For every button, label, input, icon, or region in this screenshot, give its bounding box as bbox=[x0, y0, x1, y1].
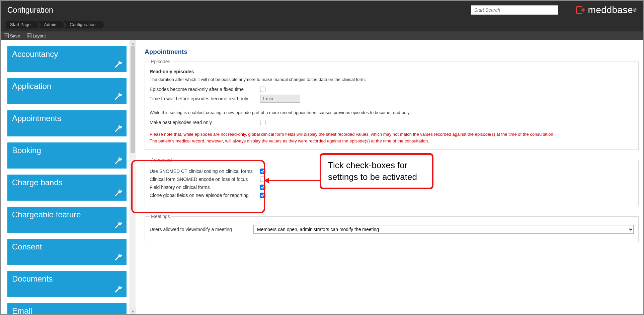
meetings-legend: Meetings bbox=[150, 214, 171, 219]
layout-icon bbox=[27, 33, 31, 38]
breadcrumb: Start Page Admin Configuration bbox=[6, 21, 638, 28]
top-bar: Configuration meddbase® Start Page Admin… bbox=[1, 1, 643, 31]
wrench-icon bbox=[114, 156, 123, 165]
sidebar-item-label: Chargeable feature bbox=[12, 210, 122, 219]
wrench-icon bbox=[114, 189, 123, 197]
fixed-time-checkbox[interactable] bbox=[260, 87, 265, 92]
crumb-configuration[interactable]: Configuration bbox=[64, 21, 101, 28]
main-content: Appointments Episodes Read-only episodes… bbox=[131, 40, 643, 314]
episodes-legend: Episodes bbox=[150, 59, 172, 64]
logo-icon bbox=[575, 5, 585, 15]
sidebar-item-label: Email bbox=[12, 306, 122, 314]
advanced-legend: Advanced bbox=[150, 157, 173, 163]
episodes-group: Episodes Read-only episodes The duration… bbox=[145, 59, 639, 150]
fixed-time-label: Episodes become read-only after a fixed … bbox=[150, 87, 260, 92]
past-readonly-label: Make past episodes read only bbox=[150, 120, 260, 125]
episodes-subheading: Read-only episodes bbox=[150, 69, 634, 74]
adv-row-1-checkbox[interactable] bbox=[260, 177, 265, 182]
wrench-icon bbox=[114, 253, 123, 261]
wait-time-label: Time to wait before episodes become read… bbox=[150, 96, 260, 101]
sidebar-item-label: Application bbox=[12, 82, 122, 91]
crumb-start-page[interactable]: Start Page bbox=[6, 21, 36, 28]
wrench-icon bbox=[114, 92, 123, 101]
sidebar-item-chargeable-feature[interactable]: Chargeable feature bbox=[7, 207, 127, 233]
sidebar-item-appointments[interactable]: Appointments bbox=[7, 110, 127, 136]
meetings-group: Meetings Users allowed to view/modify a … bbox=[145, 214, 639, 242]
save-icon bbox=[4, 33, 9, 38]
layout-button[interactable]: Layout bbox=[27, 33, 46, 38]
search-input[interactable] bbox=[471, 5, 558, 15]
adv-row-2-label: Field history on clinical forms bbox=[150, 185, 260, 190]
save-label: Save bbox=[10, 33, 20, 38]
past-readonly-checkbox[interactable] bbox=[260, 120, 265, 125]
layout-label: Layout bbox=[33, 33, 46, 38]
sidebar-item-consent[interactable]: Consent bbox=[7, 239, 127, 265]
wrench-icon bbox=[114, 60, 123, 69]
page-title: Configuration bbox=[7, 6, 53, 15]
adv-row-0-checkbox[interactable] bbox=[260, 169, 265, 174]
divider bbox=[568, 3, 568, 17]
wrench-icon bbox=[114, 124, 123, 133]
section-title: Appointments bbox=[145, 48, 639, 56]
sidebar-item-documents[interactable]: Documents bbox=[7, 271, 127, 297]
crumb-admin[interactable]: Admin bbox=[38, 21, 62, 28]
sidebar-item-label: Booking bbox=[12, 146, 122, 155]
advanced-group: Advanced Use SNOMED CT clinical coding o… bbox=[145, 157, 639, 206]
sidebar-item-accountancy[interactable]: Accountancy bbox=[7, 46, 127, 72]
sidebar-item-email[interactable]: Email bbox=[7, 303, 127, 314]
brand-logo: meddbase® bbox=[575, 5, 637, 15]
adv-row-0-label: Use SNOMED CT clinical coding on clinica… bbox=[150, 169, 260, 174]
episodes-warning-line1: Please note that, while episodes are not… bbox=[150, 131, 634, 138]
brand-text: meddbase bbox=[588, 5, 633, 15]
meetings-select[interactable]: Members can open, administrators can mod… bbox=[253, 225, 634, 234]
sidebar-item-charge-bands[interactable]: Charge bands bbox=[7, 175, 127, 201]
episodes-warning: Please note that, while episodes are not… bbox=[150, 131, 634, 144]
sidebar: Accountancy Application Appointments Boo… bbox=[1, 40, 131, 314]
sidebar-item-label: Charge bands bbox=[12, 178, 122, 187]
wrench-icon bbox=[114, 285, 123, 294]
episodes-note2: While this setting is enabled, creating … bbox=[150, 110, 634, 115]
episodes-note1: The duration after which it will not be … bbox=[150, 77, 634, 82]
sidebar-item-label: Consent bbox=[12, 242, 122, 251]
adv-row-3-label: Clone global fields on new episode for r… bbox=[150, 193, 260, 198]
adv-row-1-label: Clinical form SNOMED encode on loss of f… bbox=[150, 177, 260, 182]
adv-row-3-checkbox[interactable] bbox=[260, 193, 265, 198]
episodes-warning-line2: The patient's medical record, however, w… bbox=[150, 138, 634, 144]
adv-row-2-checkbox[interactable] bbox=[260, 185, 265, 190]
sidebar-item-label: Documents bbox=[12, 274, 122, 284]
sidebar-item-booking[interactable]: Booking bbox=[7, 142, 127, 169]
wait-time-input bbox=[260, 95, 300, 103]
sidebar-item-application[interactable]: Application bbox=[7, 78, 127, 104]
sidebar-item-label: Accountancy bbox=[12, 49, 122, 59]
sidebar-item-label: Appointments bbox=[12, 114, 122, 123]
save-button[interactable]: Save bbox=[4, 33, 20, 38]
meetings-label: Users allowed to view/modify a meeting bbox=[150, 227, 253, 232]
wrench-icon bbox=[114, 221, 123, 229]
action-bar: Save Layout bbox=[1, 31, 643, 40]
